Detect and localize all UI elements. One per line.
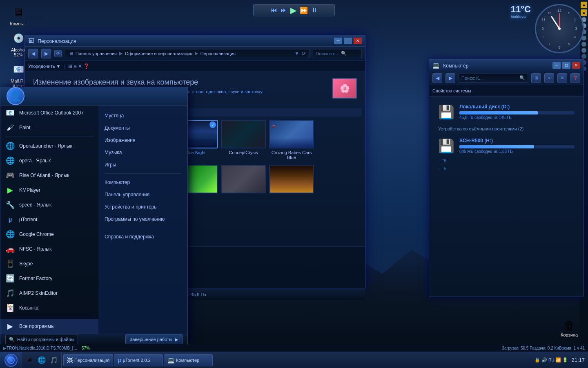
right-item-mustache[interactable]: Мустяца — [98, 110, 187, 122]
shutdown-button[interactable]: Завершение работы ▶ — [125, 334, 183, 345]
media-prev-icon[interactable]: ⏮ — [271, 7, 277, 14]
start-item-rise[interactable]: 🎮 Rise Of Atlanti - Ярлык — [0, 168, 98, 183]
tray-icon-1: 🔒 — [535, 357, 540, 363]
personalization-title-text: 🖼 Персонализация — [28, 38, 76, 44]
recycle-bin[interactable]: 🗑 Корзина — [561, 319, 578, 337]
nav-bar: Упорядочить ▼ | ⊞ ≡ ✕ ❓ — [25, 61, 365, 72]
svg-point-14 — [558, 27, 561, 30]
theme-cruzing-thumbnail: 🚗 — [269, 120, 314, 148]
right-item-default-programs[interactable]: Программы по умолчанию — [98, 213, 187, 225]
start-item-kosinka[interactable]: 🃏 Косынка — [0, 301, 98, 315]
dropdown-arrow-icon[interactable]: ▼ — [294, 51, 299, 56]
computer-nav-btn2[interactable]: ≡ — [544, 73, 554, 83]
start-item-nfsc[interactable]: 🚗 NFSC - Ярлык — [0, 242, 98, 256]
breadcrumb-control-panel[interactable]: Панель управления — [76, 51, 117, 56]
help-label: Справка и поддержка — [105, 234, 154, 240]
alcohol-icon: 💿 — [10, 30, 27, 47]
media-next-icon[interactable]: ⏩ — [300, 7, 308, 14]
taskbar-item-computer[interactable]: 💻 Компьютер — [164, 354, 213, 366]
start-item-chrome[interactable]: 🌐 Google Chrome — [0, 227, 98, 242]
sch-r500-item[interactable]: 💾 SCH-R500 (H:) 645 МБ свободно из 1,86 … — [433, 135, 579, 157]
clock-face: 12 3 6 9 2 1 10 11 4 5 7 8 — [535, 4, 584, 53]
svg-text:2: 2 — [568, 11, 570, 15]
theme-conceptcrysis[interactable]: ConceptCrysis — [221, 120, 266, 160]
minimize-button[interactable]: ─ — [334, 38, 342, 44]
start-button[interactable] — [0, 352, 22, 368]
quick-ie[interactable]: 🌐 — [36, 355, 47, 366]
disk-d-icon: 💾 — [438, 104, 454, 120]
breadcrumb-personalization[interactable]: Персонализация — [200, 51, 236, 56]
computer-back-button[interactable]: ◀ — [432, 73, 442, 83]
chrome-icon: 🌐 — [5, 229, 15, 239]
start-menu-right: Мустяца Документы Изображения Музыка Игр… — [98, 105, 187, 334]
search-box[interactable]: Поиск в п... 🔍 — [313, 49, 362, 58]
skype-icon: 📱 — [5, 259, 15, 269]
breadcrumb-personalization-decor[interactable]: Оформление и персонализация — [125, 51, 192, 56]
speed-label: speed - Ярлык — [19, 202, 51, 208]
shutdown-arrow-icon: ▶ — [175, 337, 178, 342]
right-item-computer[interactable]: Компьютер — [98, 176, 187, 188]
start-item-speed[interactable]: 🔧 speed - Ярлык — [0, 197, 98, 212]
search-programs[interactable]: 🔍 Найти программы и файлы — [5, 334, 78, 345]
right-item-games[interactable]: Игры — [98, 159, 187, 171]
start-item-format-factory[interactable]: 🔄 Format Factory — [0, 271, 98, 286]
disk-d-item[interactable]: 💾 Локальный диск (D:) 45,8 ГБ свободно и… — [433, 101, 579, 123]
theme-cruzing[interactable]: 🚗 Cruzing Babes Cars Blue — [269, 120, 314, 160]
start-item-opera[interactable]: 🌐 opera - Ярлык — [0, 153, 98, 168]
refresh-button[interactable]: ⟳ — [54, 50, 62, 57]
computer-close-button[interactable]: ✕ — [572, 62, 580, 69]
start-item-aimp2[interactable]: 🎵 AIMP2 SkinEditor — [0, 286, 98, 301]
sch-r500-icon: 💾 — [438, 138, 454, 154]
control-panel-label: Панель управления — [105, 192, 149, 197]
computer-minimize-button[interactable]: ─ — [552, 62, 561, 69]
right-item-images[interactable]: Изображения — [98, 134, 187, 146]
theme-sunset[interactable] — [269, 165, 314, 200]
right-item-help[interactable]: Справка и поддержка — [98, 231, 187, 243]
computer-maximize-button[interactable]: □ — [562, 62, 570, 69]
close-button[interactable]: ✕ — [354, 38, 362, 44]
quick-show-desktop[interactable]: 🖥 — [24, 355, 35, 366]
start-item-paint[interactable]: 🖌 Paint — [0, 120, 98, 135]
computer-properties-label: Свойства системы — [432, 88, 471, 93]
media-play-icon[interactable]: ▶ — [290, 5, 296, 15]
theme-gray[interactable] — [221, 165, 266, 200]
images-label: Изображения — [105, 137, 135, 143]
taskbar-item-utorrent[interactable]: μ μTorrent 2.0.2 — [114, 354, 163, 366]
computer-forward-button[interactable]: ▶ — [445, 73, 455, 83]
sidebar-icon-9 — [581, 54, 586, 59]
taskbar-item-personalization[interactable]: 🖼 Персонализация — [63, 354, 113, 366]
maximize-button[interactable]: □ — [344, 38, 352, 44]
start-item-all-programs[interactable]: ▶ Все программы — [0, 319, 98, 334]
right-item-music[interactable]: Музыка — [98, 146, 187, 159]
theme-conceptcrysis-thumbnail — [221, 120, 266, 148]
computer-help-btn[interactable]: ❓ — [570, 73, 580, 83]
media-pause-icon[interactable]: ⏸ — [311, 7, 318, 14]
kmplayer-label: KMPlayer — [19, 187, 40, 193]
default-programs-label: Программы по умолчанию — [105, 216, 165, 222]
computer-nav-btn3[interactable]: ✕ — [557, 73, 567, 83]
computer-nav-btn1[interactable]: ⊞ — [531, 73, 541, 83]
start-item-opera-launcher[interactable]: 🌐 OperaLauncher - Ярлык — [0, 139, 98, 153]
address-bar: 🖥 Панель управления ▶ Оформление и персо… — [65, 49, 310, 58]
search-icon: 🔍 — [341, 51, 347, 56]
quick-media[interactable]: 🎵 — [48, 355, 60, 366]
refresh-icon[interactable]: ⟳ — [302, 51, 306, 56]
right-item-documents[interactable]: Документы — [98, 122, 187, 134]
current-theme-preview: 🌸 — [332, 78, 357, 99]
computer-label: Компьютер — [105, 180, 130, 185]
opera-launcher-label: OperaLauncher - Ярлык — [19, 143, 72, 149]
divider-all-programs — [5, 317, 94, 317]
right-item-devices[interactable]: Устройства и принтеры — [98, 201, 187, 213]
right-item-control-panel[interactable]: Панель управления — [98, 188, 187, 201]
start-item-outlook[interactable]: 📧 Microsoft Office Outlook 2007 — [0, 105, 98, 120]
media-prev2-icon[interactable]: ⏭ — [281, 7, 287, 14]
speed-icon: 🔧 — [5, 200, 15, 210]
forward-button[interactable]: ▶ — [41, 49, 51, 58]
desktop-icon-my-computer[interactable]: 🖥 Компь... — [4, 4, 33, 26]
start-item-utorrent[interactable]: μ μTorrent — [0, 212, 98, 227]
start-item-kmplayer[interactable]: ▶ KMPlayer — [0, 183, 98, 197]
computer-search[interactable]: Поиск: К... 🔍 — [459, 74, 528, 83]
taskbar-computer-icon: 💻 — [167, 357, 174, 364]
back-button[interactable]: ◀ — [28, 49, 38, 58]
start-item-skype[interactable]: 📱 Skype — [0, 256, 98, 271]
